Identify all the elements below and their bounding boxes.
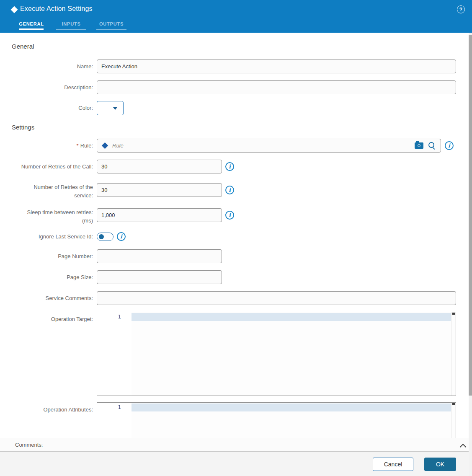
- color-label: Color:: [15, 101, 93, 115]
- comments-label: Comments:: [15, 442, 43, 448]
- tab-bar: GENERAL INPUTS OUTPUTS: [0, 19, 472, 31]
- line-number: 1: [118, 313, 121, 320]
- tab-inputs[interactable]: INPUTS: [56, 19, 86, 30]
- general-section-heading: General: [12, 43, 34, 50]
- search-icon[interactable]: [428, 142, 436, 149]
- rule-placeholder: Rule: [112, 142, 415, 149]
- retries-service-label: Number of Retries of the service:: [15, 183, 93, 200]
- ignore-last-service-info-icon[interactable]: i: [117, 232, 126, 241]
- page-scrollbar[interactable]: [469, 33, 472, 476]
- service-comments-label: Service Comments:: [15, 291, 93, 305]
- page-scrollbar-thumb[interactable]: [469, 35, 472, 396]
- rule-label: *Rule:: [15, 139, 93, 153]
- chevron-down-icon: [113, 107, 117, 110]
- page-size-input[interactable]: [97, 270, 222, 284]
- retries-service-info-icon[interactable]: i: [225, 186, 234, 194]
- question-mark-icon: ?: [459, 7, 462, 13]
- line-number: 1: [118, 404, 121, 410]
- retries-call-info-icon[interactable]: i: [225, 162, 234, 171]
- color-dropdown[interactable]: [97, 101, 124, 115]
- chevron-up-icon[interactable]: [461, 444, 465, 448]
- line-number-gutter: 1: [97, 312, 132, 396]
- dialog-header: Execute Action Settings ? GENERAL INPUTS…: [0, 0, 472, 33]
- cancel-button[interactable]: Cancel: [373, 458, 413, 471]
- operation-attributes-label: Operation Attributes:: [15, 402, 93, 416]
- settings-section-heading: Settings: [12, 124, 34, 131]
- action-diamond-icon: [11, 6, 18, 13]
- description-input[interactable]: [97, 80, 456, 94]
- operation-target-editor[interactable]: 1: [97, 312, 456, 396]
- help-button[interactable]: ?: [457, 5, 465, 13]
- page-size-label: Page Size:: [15, 270, 93, 284]
- service-comments-input[interactable]: [97, 291, 456, 305]
- sleep-time-label: Sleep time between retries: (ms): [15, 208, 93, 225]
- active-line-highlight: [132, 313, 451, 321]
- required-asterisk: *: [77, 142, 79, 149]
- name-input[interactable]: [97, 60, 456, 73]
- rule-info-icon[interactable]: i: [445, 141, 454, 150]
- comments-bar: Comments:: [0, 438, 472, 452]
- active-line-highlight: [132, 404, 451, 411]
- description-label: Description:: [15, 80, 93, 94]
- editor-scrollbar-thumb[interactable]: [452, 403, 455, 405]
- name-label: Name:: [15, 60, 93, 73]
- sleep-time-info-icon[interactable]: i: [225, 211, 234, 220]
- toggle-knob: [99, 234, 104, 239]
- page-number-input[interactable]: [97, 249, 222, 263]
- ignore-last-service-label: Ignore Last Service Id:: [15, 230, 93, 244]
- page-number-label: Page Number:: [15, 249, 93, 263]
- rule-diamond-icon: [102, 142, 108, 149]
- dialog-title: Execute Action Settings: [20, 5, 93, 13]
- rule-picker-field[interactable]: Rule: [97, 139, 441, 153]
- editor-scrollbar[interactable]: [451, 312, 456, 396]
- retries-call-input[interactable]: [97, 160, 222, 173]
- editor-scrollbar-thumb[interactable]: [452, 313, 455, 315]
- operation-target-label: Operation Target:: [15, 312, 93, 326]
- retries-call-label: Number of Retries of the Call:: [15, 160, 93, 173]
- retries-service-input[interactable]: [97, 183, 222, 197]
- sleep-time-input[interactable]: [97, 208, 222, 222]
- dialog-footer: Cancel OK: [0, 452, 472, 476]
- camera-icon[interactable]: [415, 142, 423, 149]
- ignore-last-service-toggle[interactable]: [97, 233, 113, 241]
- tab-outputs[interactable]: OUTPUTS: [96, 19, 126, 30]
- ok-button[interactable]: OK: [424, 458, 456, 471]
- tab-general[interactable]: GENERAL: [19, 19, 44, 30]
